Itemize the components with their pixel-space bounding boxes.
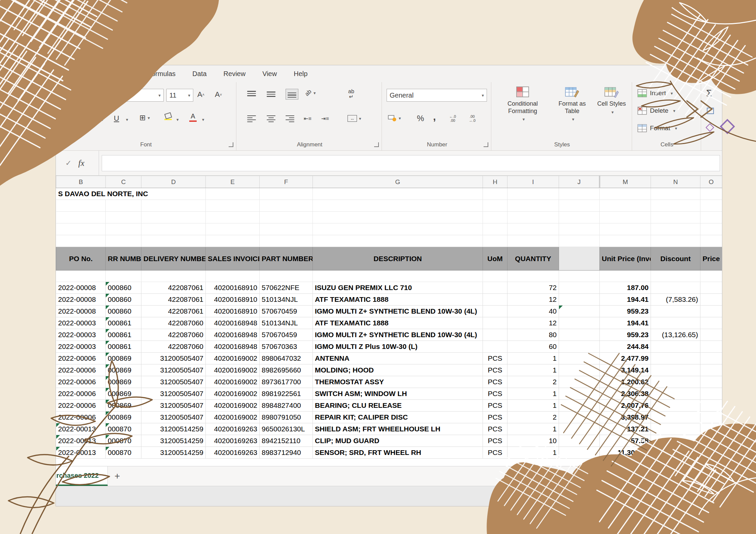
cell[interactable] (206, 271, 260, 282)
cell-uom[interactable]: PCS (483, 364, 507, 376)
column-header-n[interactable]: N (651, 176, 700, 188)
cell[interactable] (483, 212, 507, 223)
wrap-text-button[interactable]: ab↵ (348, 89, 354, 100)
cell-styles-button[interactable]: Cell Styles ▾ (593, 86, 630, 137)
cell-description[interactable]: SENSOR; SRD, FRT WHEEL RH (313, 447, 483, 459)
cell-discount[interactable] (651, 400, 700, 412)
cell-discount[interactable] (651, 423, 700, 435)
cell-part-number[interactable]: 570670363 (260, 341, 313, 353)
cell-rr-number[interactable]: 000870 (106, 435, 141, 447)
cell-delivery-number[interactable]: 31200505407 (141, 353, 206, 364)
column-header-d[interactable]: D (141, 176, 206, 188)
cell-uom[interactable]: PCS (483, 388, 507, 400)
cell-rr-number[interactable]: 000860 (106, 294, 141, 306)
cell-uom[interactable]: PCS (483, 400, 507, 412)
cell[interactable] (141, 271, 206, 282)
cell[interactable] (106, 212, 141, 223)
cell-rr-number[interactable]: 000869 (106, 388, 141, 400)
header-price[interactable]: Price (700, 247, 722, 271)
cell-quantity[interactable]: 10 (507, 435, 559, 447)
header-part-number[interactable]: PART NUMBER (260, 247, 313, 271)
align-right-button[interactable] (286, 115, 294, 122)
delete-cells-button[interactable]: Delete ▾ (637, 104, 675, 118)
cell-blank[interactable] (559, 423, 600, 435)
sheet-tab-purchases-2022[interactable]: Purchases 2022 (56, 466, 108, 486)
cell-quantity[interactable]: 1 (507, 364, 559, 376)
cell[interactable] (483, 235, 507, 247)
column-header-c[interactable]: C (106, 176, 141, 188)
conditional-formatting-button[interactable]: Conditional Formatting ▾ (495, 86, 550, 137)
cell[interactable] (206, 188, 260, 200)
cell[interactable] (206, 200, 260, 212)
cell-delivery-number[interactable]: 31200505407 (141, 388, 206, 400)
cell-part-number[interactable]: 510134NJL (260, 294, 313, 306)
cell[interactable] (507, 235, 559, 247)
cell[interactable] (559, 223, 600, 235)
header-uom[interactable]: UoM (483, 247, 507, 271)
format-as-table-button[interactable]: Format as Table ▾ (552, 86, 592, 137)
header-unit-price[interactable]: Unit Price (Invoice) (600, 247, 651, 271)
align-center-button[interactable] (267, 115, 275, 122)
cell-delivery-number[interactable]: 31200514259 (141, 435, 206, 447)
cell[interactable] (141, 212, 206, 223)
top-align-button[interactable] (247, 91, 256, 98)
cell-unit-price[interactable]: 959.23 (600, 306, 651, 317)
cell-description[interactable]: ATF TEXAMATIC 1888 (313, 294, 483, 306)
cell-po-no[interactable]: 2022-00006 (56, 376, 106, 388)
cell[interactable] (651, 188, 700, 200)
header-rr-number[interactable]: RR NUMBER (106, 247, 141, 271)
cell-blank[interactable] (559, 353, 600, 364)
cell[interactable] (313, 235, 483, 247)
cell-part-number[interactable]: 8981922561 (260, 388, 313, 400)
cell[interactable] (700, 271, 722, 282)
cell-blank[interactable] (559, 317, 600, 329)
cell-delivery-number[interactable]: 31200505407 (141, 400, 206, 412)
cell-price-clipped[interactable] (700, 306, 722, 317)
cell[interactable] (206, 235, 260, 247)
cell-description[interactable]: REPAIR KIT; CALIPER DISC (313, 412, 483, 423)
cell-blank[interactable] (559, 341, 600, 353)
font-size-select[interactable]: 11▾ (166, 89, 193, 102)
cell[interactable] (700, 212, 722, 223)
menu-help[interactable]: Help (294, 70, 307, 78)
cell[interactable] (651, 212, 700, 223)
number-dialog-launcher-icon[interactable] (484, 142, 488, 147)
alignment-dialog-launcher-icon[interactable] (374, 142, 379, 147)
cell-sales-invoice[interactable]: 40200169002 (206, 353, 260, 364)
cell-unit-price[interactable]: 194.41 (600, 294, 651, 306)
middle-align-button[interactable] (267, 91, 275, 98)
cell[interactable] (483, 188, 507, 200)
column-header-o[interactable]: O (700, 176, 722, 188)
cell[interactable] (600, 235, 651, 247)
cell[interactable] (700, 200, 722, 212)
cell-po-no[interactable]: 2022-00008 (56, 282, 106, 294)
cell-description[interactable]: THERMOSTAT ASSY (313, 376, 483, 388)
cell-unit-price[interactable]: 3,149.14 (600, 364, 651, 376)
cell-sales-invoice[interactable]: 40200168948 (206, 329, 260, 341)
underline-button[interactable]: U (114, 114, 119, 123)
decrease-indent-button[interactable]: ⇤≡ (304, 115, 311, 122)
chevron-down-icon[interactable]: ▾ (202, 117, 204, 122)
column-header-m[interactable]: M (600, 176, 651, 188)
chevron-down-icon[interactable]: ▾ (126, 117, 128, 122)
cell-unit-price[interactable]: 187.00 (600, 282, 651, 294)
cell-unit-price[interactable]: 2,007.76 (600, 400, 651, 412)
merge-center-button[interactable]: ↔▾ (348, 115, 361, 122)
cell[interactable] (141, 235, 206, 247)
cell-discount[interactable] (651, 306, 700, 317)
scroll-right-icon[interactable]: ▶ (532, 472, 537, 480)
add-sheet-button[interactable]: + (108, 466, 127, 486)
increase-decimal-button[interactable]: ←.0.00 (449, 114, 456, 122)
orientation-button[interactable]: ab▾ (305, 90, 316, 96)
cell-price-clipped[interactable] (700, 282, 722, 294)
cell-uom[interactable] (483, 282, 507, 294)
cell-po-no[interactable]: 2022-00008 (56, 294, 106, 306)
cell-part-number[interactable]: 8984827400 (260, 400, 313, 412)
cell-discount[interactable]: (7,583.26) (651, 294, 700, 306)
format-cells-button[interactable]: Format ▾ (637, 121, 677, 135)
column-header-g[interactable]: G (313, 176, 483, 188)
cell-description[interactable]: MOLDING; HOOD (313, 364, 483, 376)
cell-sales-invoice[interactable]: 40200168910 (206, 282, 260, 294)
cell[interactable] (56, 235, 106, 247)
cell[interactable] (651, 235, 700, 247)
